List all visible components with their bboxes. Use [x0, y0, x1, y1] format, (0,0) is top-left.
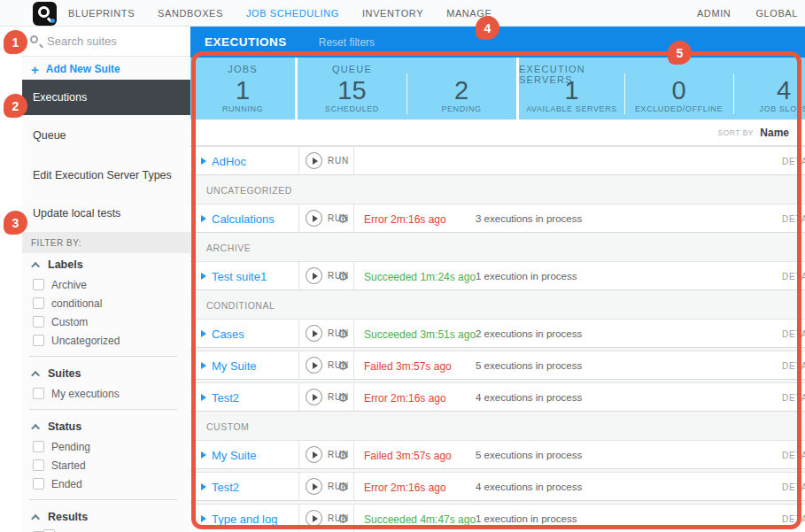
stat-group-execution-servers: EXECUTION SERVERS1AVAILABLE SERVERS0EXCL…	[519, 58, 805, 120]
add-new-suite-label: Add New Suite	[46, 63, 120, 75]
annotation-badge-1: 1	[4, 30, 27, 54]
divider	[29, 356, 177, 357]
play-circle-icon	[306, 357, 322, 374]
checkbox-my-executions[interactable]	[33, 388, 44, 399]
add-new-suite-button[interactable]: + Add New Suite	[22, 57, 190, 81]
stat-value: 1	[564, 76, 578, 104]
filter-group-suites[interactable]: Suites	[22, 363, 190, 384]
sidebar-item-queue[interactable]: Queue	[22, 115, 190, 155]
checkbox-conditional[interactable]	[33, 297, 44, 309]
suite-name-link[interactable]: Test suite1	[212, 270, 267, 283]
details-link[interactable]: DETAILS	[782, 451, 805, 460]
gear-icon[interactable]: ⚙	[337, 512, 349, 526]
executions-count: 1 execution in process	[476, 271, 577, 281]
filter-group-status[interactable]: Status	[22, 416, 190, 437]
table-row-test-suite1: Test suite1RUN⚙Succeeded 1m:24s ago1 exe…	[190, 261, 805, 290]
filter-group-results[interactable]: Results	[22, 506, 190, 528]
suite-name-link[interactable]: My Suite	[212, 449, 257, 462]
stat-value: 1	[236, 76, 250, 104]
annotation-badge-3: 3	[4, 211, 27, 235]
play-circle-icon	[306, 478, 322, 495]
top-nav: BLUEPRINTSSANDBOXESJOB SCHEDULINGINVENTO…	[0, 0, 805, 27]
status-text: Error 2m:16s ago	[364, 482, 446, 494]
stat-caption: SCHEDULED	[325, 104, 379, 115]
stat-col-available-servers: EXECUTION SERVERS1AVAILABLE SERVERS	[519, 58, 624, 120]
checkbox-uncategorized[interactable]	[33, 335, 44, 346]
checkbox-ended[interactable]	[33, 478, 44, 490]
executions-count: 1 execution in process	[476, 513, 577, 524]
caret-right-icon[interactable]	[201, 158, 206, 165]
suite-name-link[interactable]: Test2	[212, 481, 239, 494]
table-row-calculations: CalculationsRUN⚙Error 2m:16s ago3 execut…	[190, 204, 805, 233]
sidebar-item-update-local-tests[interactable]: Update local tests	[22, 195, 190, 232]
suite-name-link[interactable]: Calculations	[212, 212, 275, 226]
nav-item-sandboxes[interactable]: SANDBOXES	[158, 8, 223, 19]
checkbox-custom[interactable]	[33, 316, 44, 328]
details-link[interactable]: DETAILS	[782, 361, 805, 371]
details-link[interactable]: DETAILS	[782, 329, 805, 339]
sort-by-value[interactable]: Name	[760, 127, 789, 139]
divider	[353, 320, 354, 347]
play-icon	[313, 394, 318, 401]
caret-right-icon[interactable]	[201, 362, 206, 369]
divider	[298, 473, 299, 500]
gear-icon[interactable]: ⚙	[337, 448, 349, 462]
details-link[interactable]: DETAILS	[782, 514, 805, 524]
run-button[interactable]: RUN	[306, 152, 349, 169]
details-link[interactable]: DETAILS	[782, 157, 805, 166]
checkbox-archive[interactable]	[33, 279, 44, 290]
caret-right-icon[interactable]	[201, 330, 206, 337]
filter-item-custom: Custom	[22, 312, 190, 331]
gear-icon[interactable]: ⚙	[337, 327, 349, 341]
suite-name-link[interactable]: Type and log	[212, 513, 277, 526]
annotation-badge-4: 4	[476, 16, 499, 40]
checkbox-started[interactable]	[33, 459, 44, 471]
nav-item-global[interactable]: GLOBAL	[755, 8, 798, 19]
divider	[298, 505, 299, 532]
app-logo[interactable]	[33, 2, 57, 26]
table-row-my-suite: My SuiteRUN⚙Failed 3m:57s ago5 execution…	[190, 351, 805, 380]
suite-name-link[interactable]: AdHoc	[212, 155, 246, 168]
gear-icon[interactable]: ⚙	[337, 359, 349, 373]
sidebar-item-edit-execution-server-types[interactable]: Edit Execution Server Types	[22, 155, 190, 195]
nav-item-blueprints[interactable]: BLUEPRINTS	[68, 8, 135, 19]
status-text: Succeeded 1m:24s ago	[364, 271, 476, 283]
checkbox-pending[interactable]	[33, 441, 44, 452]
caret-right-icon[interactable]	[201, 273, 206, 280]
suite-name-link[interactable]: My Suite	[212, 359, 257, 373]
caret-right-icon[interactable]	[201, 451, 206, 459]
suite-name-link[interactable]: Cases	[212, 328, 244, 341]
sidebar-item-executions[interactable]: Executions	[22, 80, 190, 115]
details-link[interactable]: DETAILS	[782, 482, 805, 492]
divider	[353, 473, 354, 500]
nav-item-job-scheduling[interactable]: JOB SCHEDULING	[246, 8, 339, 19]
caret-right-icon[interactable]	[201, 394, 206, 401]
details-link[interactable]: DETAILS	[782, 214, 805, 224]
caret-right-icon[interactable]	[201, 215, 206, 222]
caret-right-icon[interactable]	[201, 483, 206, 490]
details-link[interactable]: DETAILS	[782, 393, 805, 403]
details-link[interactable]: DETAILS	[782, 272, 805, 281]
category-header-archive: ARCHIVE	[190, 235, 805, 261]
divider	[29, 409, 177, 410]
search-input[interactable]	[47, 27, 184, 56]
gear-icon[interactable]: ⚙	[337, 480, 349, 494]
caret-right-icon[interactable]	[201, 515, 206, 522]
nav-item-inventory[interactable]: INVENTORY	[362, 8, 423, 19]
gear-icon[interactable]: ⚙	[337, 269, 349, 283]
divider	[353, 351, 354, 379]
nav-item-admin[interactable]: ADMIN	[697, 8, 731, 19]
play-circle-icon	[306, 510, 322, 527]
main-content: EXECUTIONS Reset filters JOBS1RUNNINGQUE…	[190, 27, 805, 532]
reset-filters-link[interactable]: Reset filters	[319, 36, 375, 49]
play-circle-icon	[306, 325, 322, 342]
filter-group-labels[interactable]: Labels	[22, 254, 190, 275]
play-icon	[313, 451, 318, 459]
gear-icon[interactable]: ⚙	[337, 390, 349, 405]
gear-icon[interactable]: ⚙	[337, 212, 349, 226]
chevron-up-icon	[31, 370, 40, 379]
category-header-conditional: CONDITIONAL	[190, 293, 805, 319]
stats-bar: JOBS1RUNNINGQUEUE15SCHEDULED2PENDINGEXEC…	[190, 58, 805, 120]
chevron-up-icon	[31, 261, 40, 270]
suite-name-link[interactable]: Test2	[212, 391, 239, 405]
